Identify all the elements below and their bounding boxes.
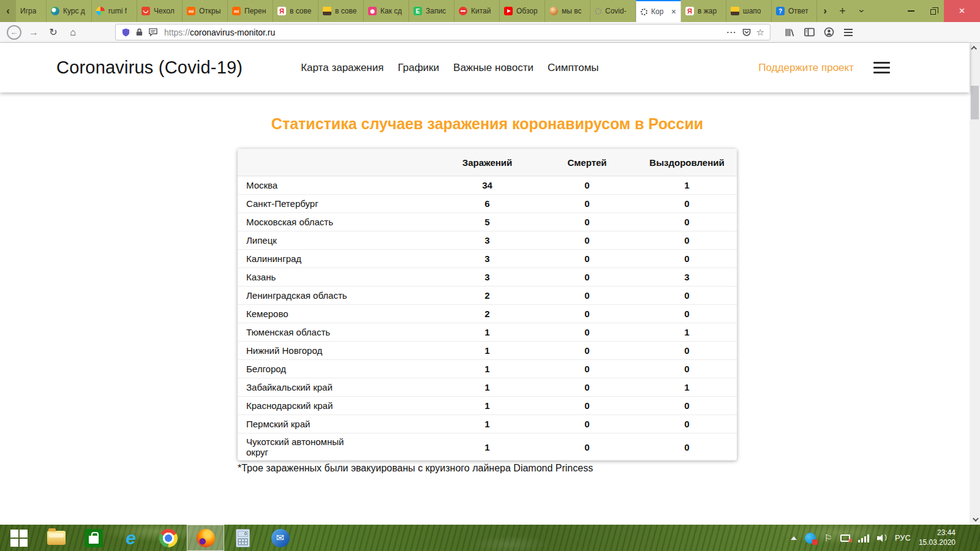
browser-tab[interactable]: в сове: [273, 0, 318, 22]
recovered-count: 1: [637, 327, 737, 337]
table-row: Нижний Новгород 1 0 0: [238, 342, 737, 360]
tray-app-badge-icon[interactable]: [805, 533, 816, 544]
list-all-tabs-button[interactable]: ›: [852, 0, 871, 22]
reload-button[interactable]: ↻: [44, 24, 62, 41]
browser-tab[interactable]: Перен: [228, 0, 273, 22]
scroll-up-arrow-icon[interactable]: [970, 43, 980, 53]
internet-explorer[interactable]: [112, 525, 149, 551]
thunderbird-icon: [271, 529, 290, 547]
chevron-right-icon: ›: [823, 5, 827, 17]
deaths-count: 0: [537, 419, 637, 429]
language-indicator[interactable]: РУС: [895, 533, 911, 542]
recovered-count: 0: [637, 419, 737, 429]
bookmark-star-icon[interactable]: ☆: [756, 27, 764, 38]
lock-icon[interactable]: [135, 28, 143, 37]
permissions-bubble-icon[interactable]: [148, 28, 158, 37]
region-name: Калининград: [246, 253, 301, 264]
tab-scroll-right-button[interactable]: ›: [817, 0, 833, 22]
sidebars-button[interactable]: [800, 24, 818, 41]
browser-tab[interactable]: Ответ: [772, 0, 817, 22]
network-disconnected-icon[interactable]: [840, 534, 850, 542]
store-icon: [85, 529, 103, 547]
browser-tab[interactable]: Запис: [409, 0, 454, 22]
account-button[interactable]: [820, 24, 838, 41]
tab-title: Ответ: [788, 7, 809, 15]
table-row: Забайкальский край 1 0 1: [238, 378, 737, 397]
browser-tab[interactable]: Китай: [454, 0, 500, 22]
url-domain: coronavirus-monitor.ru: [190, 28, 275, 37]
home-button[interactable]: ⌂: [64, 24, 82, 41]
browser-tab[interactable]: в жар: [681, 0, 726, 22]
browser-tab[interactable]: шапо: [726, 0, 772, 22]
support-project-link[interactable]: Поддержите проект: [758, 62, 854, 74]
browser-tab[interactable]: Covid-: [590, 0, 636, 22]
browser-tab[interactable]: Игра: [16, 0, 47, 22]
start-button[interactable]: [0, 525, 37, 551]
region-name: Казань: [246, 272, 276, 282]
restore-button[interactable]: [922, 0, 944, 22]
table-row: Краснодарский край 1 0 0: [238, 397, 737, 415]
scrollbar-thumb[interactable]: [971, 86, 979, 119]
infected-count: 5: [437, 217, 537, 227]
forward-button[interactable]: →: [24, 24, 43, 41]
deaths-count: 0: [537, 400, 637, 411]
region-name: Московская область: [246, 217, 333, 227]
menu-button[interactable]: [839, 24, 858, 41]
firefox[interactable]: [187, 525, 224, 551]
chrome[interactable]: [149, 525, 187, 551]
table-row: Санкт-Петербург 6 0 0: [238, 195, 737, 213]
deaths-count: 0: [537, 345, 637, 356]
page-scrollbar[interactable]: [970, 43, 980, 525]
tab-close-icon[interactable]: ×: [671, 7, 676, 17]
site-menu-icon[interactable]: [873, 62, 890, 73]
infected-count: 3: [437, 272, 537, 282]
deaths-count: 0: [537, 272, 637, 282]
close-window-button[interactable]: ×: [944, 0, 980, 22]
volume-icon[interactable]: ): [877, 534, 887, 542]
page-actions-icon[interactable]: ···: [727, 28, 737, 37]
deaths-count: 0: [537, 217, 637, 227]
site-nav-link[interactable]: Важные новости: [453, 62, 533, 74]
browser-tab[interactable]: rumi f: [92, 0, 137, 22]
tab-scroll-left-button[interactable]: ‹: [0, 0, 16, 22]
site-nav-link[interactable]: Графики: [398, 62, 439, 74]
deaths-count: 0: [537, 382, 637, 392]
file-explorer[interactable]: [37, 525, 75, 551]
url-text[interactable]: https://coronavirus-monitor.ru: [164, 28, 275, 37]
url-bar[interactable]: https://coronavirus-monitor.ru ··· ☆: [115, 24, 771, 40]
microsoft-store[interactable]: [75, 525, 112, 551]
tray-expand-icon[interactable]: [791, 536, 797, 540]
browser-tab[interactable]: Откры: [183, 0, 228, 22]
tab-strip: Игра Курс д rumi f Чехол Откры Пере: [16, 0, 817, 22]
site-header: Coronavirus (Covid-19) Карта зараженияГр…: [0, 43, 970, 92]
browser-tab[interactable]: в сове: [318, 0, 364, 22]
minimize-button[interactable]: [900, 0, 922, 22]
browser-tab[interactable]: мы вс: [545, 0, 590, 22]
library-button[interactable]: [780, 24, 799, 41]
thunderbird[interactable]: [262, 525, 299, 551]
browser-tab[interactable]: Курс д: [47, 0, 92, 22]
back-button[interactable]: ←: [5, 24, 23, 41]
tracking-protection-shield-icon[interactable]: [121, 28, 130, 37]
pocket-icon[interactable]: [742, 28, 752, 37]
recovered-count: 1: [637, 382, 737, 392]
action-center-flag-icon[interactable]: ⚐: [824, 533, 832, 542]
site-nav-link[interactable]: Симптомы: [548, 62, 599, 74]
region-name: Ленинградская область: [246, 290, 347, 301]
browser-tab[interactable]: Как сд: [364, 0, 409, 22]
recovered-count: 0: [637, 364, 737, 374]
site-logo[interactable]: Coronavirus (Covid-19): [56, 58, 243, 78]
tab-title: Covid-: [605, 7, 627, 15]
system-tray: ⚐ ) РУС 23:44 15.03.2020: [791, 528, 980, 547]
new-tab-button[interactable]: +: [833, 0, 852, 22]
browser-tab[interactable]: Обзор: [500, 0, 545, 22]
tab-title: rumi f: [108, 7, 127, 15]
calculator[interactable]: [224, 525, 262, 551]
deaths-count: 0: [537, 290, 637, 301]
browser-tab[interactable]: Кор ×: [636, 0, 681, 22]
site-nav-link[interactable]: Карта заражения: [301, 62, 383, 74]
signal-strength-icon[interactable]: [858, 534, 869, 542]
scroll-down-arrow-icon[interactable]: [970, 514, 980, 525]
browser-tab[interactable]: Чехол: [137, 0, 183, 22]
tray-clock[interactable]: 23:44 15.03.2020: [919, 528, 956, 547]
